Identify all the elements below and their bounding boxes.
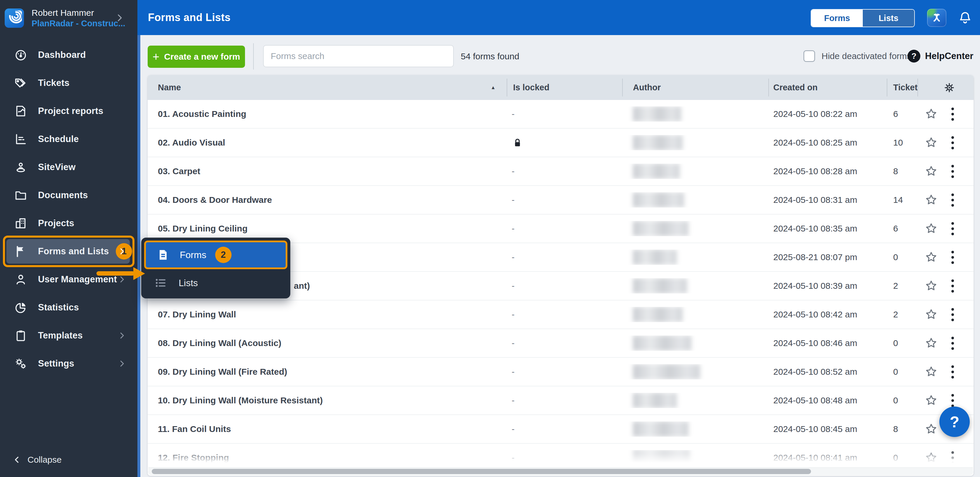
table-header-row: Name ▲ Is locked Author Created on Ticke… — [148, 75, 974, 100]
sidebar-item-label: Project reports — [38, 106, 103, 116]
kebab-menu-icon[interactable] — [951, 164, 954, 179]
column-header-created-on[interactable]: Created on — [769, 75, 887, 100]
row-actions — [918, 221, 974, 237]
form-name[interactable]: 04. Doors & Door Hardware — [148, 195, 507, 205]
form-name[interactable]: 01. Acoustic Painting — [148, 109, 507, 119]
connect-app-icon[interactable] — [927, 9, 947, 27]
author-cell — [623, 421, 769, 437]
column-header-is-locked[interactable]: Is locked — [507, 75, 623, 100]
sidebar-item-siteview[interactable]: SiteView — [0, 153, 137, 181]
horizontal-scrollbar[interactable] — [148, 467, 973, 475]
favorite-star-icon[interactable] — [924, 251, 938, 264]
buildings-icon — [14, 216, 27, 230]
row-actions — [918, 393, 974, 408]
row-actions — [918, 364, 974, 380]
form-name[interactable]: 12. Fire Stopping — [148, 453, 507, 463]
table-row[interactable]: 07. Dry Lining Wall-2024-05-10 08:42 am2 — [148, 301, 974, 329]
sidebar-item-label: Schedule — [38, 134, 79, 145]
kebab-menu-icon[interactable] — [951, 307, 954, 323]
topbar: Forms and Lists Forms Lists — [137, 0, 980, 35]
sort-asc-icon[interactable]: ▲ — [491, 85, 496, 91]
favorite-star-icon[interactable] — [924, 308, 938, 321]
sidebar-item-templates[interactable]: Templates — [0, 321, 137, 350]
form-name[interactable]: 09. Dry Lining Wall (Fire Rated) — [148, 367, 507, 377]
lock-icon — [512, 137, 523, 147]
kebab-menu-icon[interactable] — [951, 221, 954, 237]
author-cell — [623, 164, 769, 179]
sidebar-item-dashboard[interactable]: Dashboard — [0, 41, 137, 69]
favorite-star-icon[interactable] — [924, 193, 938, 207]
popup-item-lists[interactable]: Lists — [147, 272, 285, 294]
favorite-star-icon[interactable] — [924, 336, 938, 350]
table-row[interactable]: 01. Acoustic Painting-2024-05-10 08:22 a… — [148, 100, 974, 129]
redacted-author — [633, 250, 677, 265]
account-name: PlanRadar - Construc... — [32, 18, 126, 29]
lock-status: - — [507, 396, 623, 405]
form-name[interactable]: 03. Carpet — [148, 166, 507, 176]
redacted-author — [633, 450, 690, 465]
form-name[interactable]: 05. Dry Lining Ceiling — [148, 224, 507, 234]
column-header-name[interactable]: Name ▲ — [148, 75, 507, 100]
created-date: 2024-05-10 08:28 am — [769, 166, 887, 176]
ticket-count: 14 — [887, 195, 918, 205]
chevron-right-icon — [118, 247, 126, 256]
favorite-star-icon[interactable] — [924, 107, 938, 121]
sidebar-item-tickets[interactable]: Tickets — [0, 69, 137, 97]
popup-item-forms[interactable]: Forms 2 — [144, 240, 287, 269]
toggle-lists[interactable]: Lists — [863, 10, 914, 27]
favorite-star-icon[interactable] — [924, 136, 938, 149]
form-name[interactable]: 02. Audio Visual — [148, 138, 507, 148]
column-header-ticket[interactable]: Ticket — [887, 75, 918, 100]
sidebar-item-projects[interactable]: Projects — [0, 209, 137, 237]
table-row[interactable]: 11. Fan Coil Units-2024-05-10 08:45 am8 — [148, 415, 974, 444]
favorite-star-icon[interactable] — [924, 422, 938, 436]
favorite-star-icon[interactable] — [924, 165, 938, 178]
column-settings-gear-icon[interactable] — [918, 75, 974, 100]
forms-search-input[interactable] — [263, 45, 454, 67]
form-name[interactable]: 10. Dry Lining Wall (Moisture Resistant) — [148, 396, 507, 405]
table-row[interactable]: 09. Dry Lining Wall (Fire Rated)-2024-05… — [148, 358, 974, 386]
kebab-menu-icon[interactable] — [951, 364, 954, 380]
sidebar-item-settings[interactable]: Settings — [0, 350, 137, 378]
collapse-button[interactable]: Collapse — [13, 455, 62, 465]
form-name[interactable]: 11. Fan Coil Units — [148, 424, 507, 434]
favorite-star-icon[interactable] — [924, 394, 938, 407]
notifications-bell-icon[interactable] — [958, 11, 972, 25]
kebab-menu-icon[interactable] — [951, 278, 954, 294]
table-row[interactable]: 03. Carpet-2024-05-10 08:28 am8 — [148, 157, 974, 186]
sidebar-item-user-management[interactable]: User Management — [0, 266, 137, 293]
create-new-form-button[interactable]: + Create a new form — [148, 46, 245, 68]
sidebar-item-documents[interactable]: Documents — [0, 181, 137, 209]
kebab-menu-icon[interactable] — [951, 135, 954, 151]
kebab-menu-icon[interactable] — [951, 393, 954, 408]
favorite-star-icon[interactable] — [924, 451, 938, 464]
toggle-forms[interactable]: Forms — [811, 10, 863, 27]
helpcenter-link[interactable]: ? HelpCenter — [907, 50, 973, 62]
favorite-star-icon[interactable] — [924, 279, 938, 293]
sidebar-item-statistics[interactable]: Statistics — [0, 293, 137, 321]
kebab-menu-icon[interactable] — [951, 249, 954, 265]
gears-icon — [14, 357, 27, 370]
table-row[interactable]: 10. Dry Lining Wall (Moisture Resistant)… — [148, 386, 974, 415]
table-row[interactable]: 04. Doors & Door Hardware-2024-05-10 08:… — [148, 186, 974, 215]
form-name[interactable]: 08. Dry Lining Wall (Acoustic) — [148, 338, 507, 348]
kebab-menu-icon[interactable] — [951, 450, 954, 466]
favorite-star-icon[interactable] — [924, 365, 938, 378]
helpcenter-label: HelpCenter — [925, 51, 973, 61]
account-switcher[interactable]: Robert Hammer PlanRadar - Construc... — [5, 6, 133, 30]
table-row[interactable]: 02. Audio Visual2024-05-10 08:25 am10 — [148, 129, 974, 157]
column-header-author[interactable]: Author — [623, 75, 769, 100]
favorite-star-icon[interactable] — [924, 222, 938, 235]
hide-deactivated-checkbox[interactable] — [803, 50, 815, 62]
sidebar-item-schedule[interactable]: Schedule — [0, 125, 137, 153]
help-fab-button[interactable]: ? — [939, 407, 970, 437]
horizontal-scrollbar-thumb[interactable] — [152, 469, 811, 474]
kebab-menu-icon[interactable] — [951, 192, 954, 208]
form-name[interactable]: 07. Dry Lining Wall — [148, 310, 507, 320]
kebab-menu-icon[interactable] — [951, 335, 954, 351]
sidebar-item-forms-and-lists[interactable]: Forms and Lists1 — [0, 237, 137, 266]
table-row[interactable]: 08. Dry Lining Wall (Acoustic)-2024-05-1… — [148, 329, 974, 358]
kebab-menu-icon[interactable] — [951, 106, 954, 122]
redacted-author — [633, 135, 682, 150]
sidebar-item-project-reports[interactable]: Project reports — [0, 97, 137, 125]
